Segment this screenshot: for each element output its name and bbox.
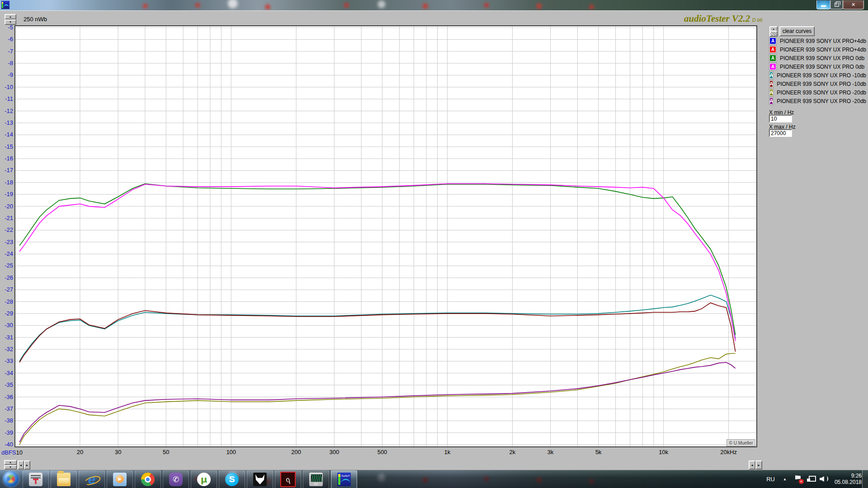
legend-entry-label: PIONEER 939 SONY UX PRO -20db: [777, 89, 866, 96]
chrome-taskbar-button[interactable]: [135, 470, 161, 488]
y-tick-label: -25: [5, 262, 13, 269]
restore-button[interactable]: [830, 0, 843, 9]
bottom-spinner: ▲ ▼: [4, 460, 16, 469]
windows-explorer-taskbar-button[interactable]: [51, 470, 77, 488]
legend-entry-label: PIONEER 939 SONY UX PRO+4db: [780, 38, 866, 44]
y-tick-label: -23: [5, 239, 13, 245]
y-tick-label: -8: [8, 60, 13, 66]
window-app-icon[interactable]: [1, 1, 9, 9]
curve-color-icon: A: [769, 89, 774, 96]
audio-analyzer-icon: [309, 473, 323, 486]
skype-taskbar-button[interactable]: S: [219, 470, 245, 488]
minimize-button[interactable]: ▬: [816, 0, 830, 9]
foobar2000-icon: [253, 473, 267, 486]
x-tick-label: 2k: [509, 449, 516, 455]
internet-explorer-taskbar-button[interactable]: e: [79, 470, 105, 488]
x-tick-label: 3k: [547, 449, 554, 455]
y-tick-label: -28: [5, 298, 13, 305]
bottom-spin-up-button[interactable]: ▲: [4, 460, 17, 465]
legend-entry: APIONEER 939 SONY UX PRO -20db: [769, 88, 866, 97]
legend-entry-label: PIONEER 939 SONY UX PRO -10db: [777, 81, 866, 87]
legend-entry: APIONEER 939 SONY UX PRO -20db: [769, 97, 866, 105]
scroll-left-button[interactable]: ◄: [18, 460, 24, 469]
windows-explorer-icon: [57, 473, 71, 486]
adobe-reader-taskbar-button[interactable]: ρ: [275, 470, 301, 488]
curve-color-icon: A: [769, 37, 777, 45]
x-tick-label: 1k: [444, 449, 451, 455]
system-tray: RU ▲ 9:26 05.08.2018: [766, 470, 862, 488]
y-tick-label: -33: [5, 357, 13, 364]
y-tick-label: -31: [5, 334, 13, 341]
clock[interactable]: 9:26 05.08.2018: [835, 473, 862, 485]
date: 05.08.2018: [835, 479, 862, 485]
legend-entry-label: PIONEER 939 SONY UX PRO -20db: [777, 98, 866, 104]
legend-entry: APIONEER 939 SONY UX PRO 0db: [769, 62, 866, 71]
x-tick-label: 100: [226, 449, 236, 455]
audio-analyzer-taskbar-button[interactable]: [303, 470, 329, 488]
restore-icon: [835, 3, 839, 7]
hidden-icons-button[interactable]: ▲: [783, 477, 787, 481]
network-icon[interactable]: [807, 474, 816, 483]
desktop-wallpaper-strip: [0, 0, 868, 10]
legend-entry: APIONEER 939 SONY UX PRO 0db: [769, 54, 866, 62]
y-tick-label: -35: [5, 381, 13, 388]
legend-entry: APIONEER 939 SONY UX PRO+4db: [769, 37, 866, 45]
utorrent-taskbar-button[interactable]: µ: [191, 470, 217, 488]
close-button[interactable]: ✕: [843, 0, 864, 9]
y-tick-label: -29: [5, 310, 13, 317]
curve-color-icon: A: [769, 63, 777, 70]
legend-entry-label: PIONEER 939 SONY UX PRO -10db: [777, 72, 866, 79]
volume-icon[interactable]: [819, 474, 828, 483]
x-tick-label: 30: [115, 449, 121, 455]
y-tick-label: -16: [5, 155, 13, 162]
curve-legend: APIONEER 939 SONY UX PRO+4dbAPIONEER 939…: [769, 37, 866, 105]
curve-color-icon: A: [769, 71, 774, 79]
x-tick-label: 200: [291, 449, 301, 455]
scroll-left-button-right-end[interactable]: ◄: [749, 460, 755, 469]
y-tick-label: -40: [5, 441, 13, 448]
y-tick-label: -13: [5, 119, 13, 126]
x-max-input[interactable]: [769, 129, 792, 137]
show-desktop-button[interactable]: [862, 470, 868, 488]
taskbar-buttons: e✆µSρAudioT: [23, 470, 357, 488]
scroll-right-button-right-end[interactable]: ►: [755, 460, 762, 469]
x-tick-label: 50: [163, 449, 169, 455]
media-player-taskbar-button[interactable]: [107, 470, 133, 488]
scroll-right-button[interactable]: ►: [24, 460, 30, 469]
x-tick-label: 10k: [659, 449, 668, 455]
y-tick-label: -5: [8, 24, 13, 31]
start-button[interactable]: [2, 471, 20, 487]
y-tick-label: -6: [8, 36, 13, 42]
language-indicator[interactable]: RU: [766, 476, 775, 483]
x-tick-label: 5k: [595, 449, 602, 455]
skype-icon: S: [225, 473, 239, 486]
y-tick-label: -21: [5, 215, 13, 221]
curve-color-icon: A: [769, 97, 774, 105]
y-tick-label: -38: [5, 417, 13, 424]
foobar2000-taskbar-button[interactable]: [247, 470, 273, 488]
legend-pattern-button[interactable]: [769, 31, 778, 37]
curve-color-icon: A: [769, 46, 777, 53]
audiotester-window: ▲ ▼ 250 nWb audioTester V2.2 D b6 -5-6-7…: [0, 10, 868, 470]
y-tick-label: -27: [5, 286, 13, 293]
action-center-flag-icon[interactable]: [794, 474, 803, 483]
viber-taskbar-button[interactable]: ✆: [163, 470, 189, 488]
windows-logo-icon: [3, 471, 19, 487]
copyright-label: © U.Mueller: [726, 439, 755, 446]
x-tick-label: 20kHz: [720, 449, 737, 455]
bottom-spin-down-button[interactable]: ▼: [4, 465, 17, 470]
y-tick-label: -19: [5, 191, 13, 197]
time: 9:26: [851, 473, 862, 479]
y-tick-label: -7: [8, 48, 13, 55]
y-tick-label: -11: [5, 95, 13, 102]
y-tick-label: -17: [5, 167, 13, 174]
download-manager-taskbar-button[interactable]: [23, 470, 49, 488]
legend-entry-label: PIONEER 939 SONY UX PRO+4db: [780, 47, 866, 53]
clear-curves-button[interactable]: clear curves: [779, 26, 815, 36]
x-tick-label: 300: [330, 449, 340, 455]
legend-entry-label: PIONEER 939 SONY UX PRO 0db: [780, 55, 864, 61]
media-player-icon: [113, 473, 127, 486]
y-tick-label: -24: [5, 250, 13, 257]
x-min-input[interactable]: [769, 115, 792, 122]
audiotester-taskbar-button[interactable]: AudioT: [331, 470, 357, 488]
